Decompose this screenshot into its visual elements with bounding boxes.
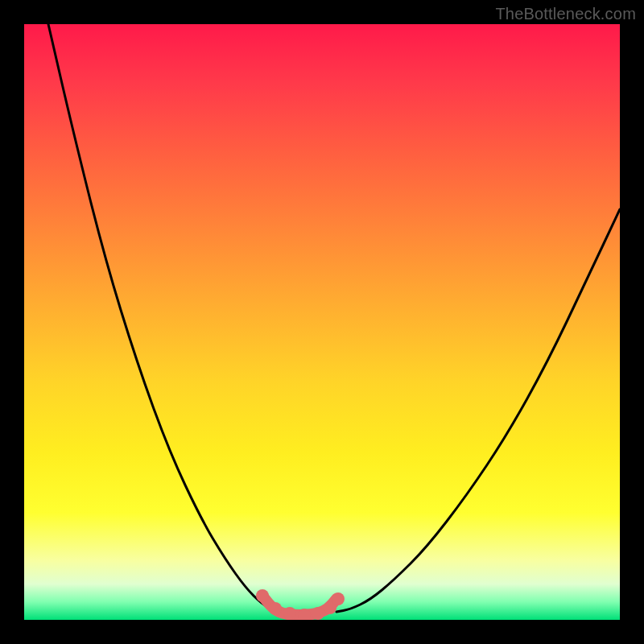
chart-frame: TheBottleneck.com <box>0 0 644 644</box>
valley-dot <box>283 607 296 620</box>
watermark-label: TheBottleneck.com <box>495 5 636 23</box>
plot-area <box>24 24 620 620</box>
valley-dot <box>332 592 345 605</box>
right-curve <box>336 209 620 612</box>
valley-dot <box>269 602 282 615</box>
valley-dot <box>256 589 269 602</box>
left-curve <box>48 24 274 610</box>
curve-layer <box>24 24 620 620</box>
valley-dot <box>312 607 324 620</box>
